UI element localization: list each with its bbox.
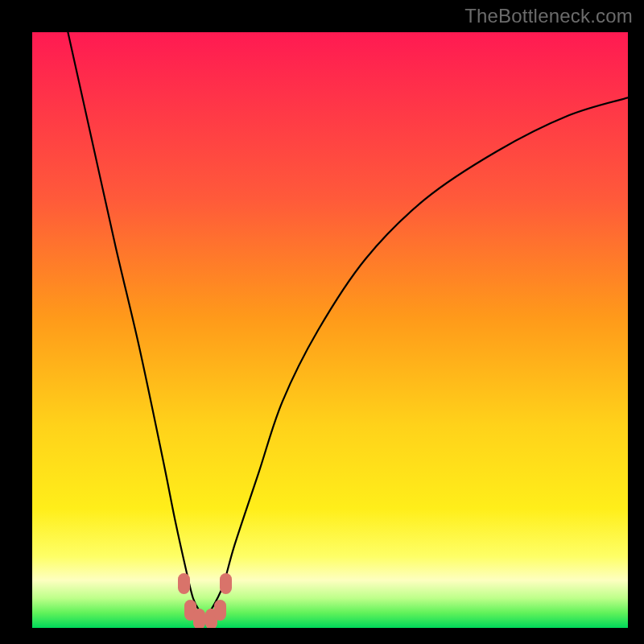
plot-area bbox=[32, 32, 628, 628]
background-gradient bbox=[32, 32, 628, 628]
watermark-text: TheBottleneck.com bbox=[464, 5, 633, 27]
chart-frame: TheBottleneck.com bbox=[0, 0, 644, 644]
svg-rect-0 bbox=[32, 32, 628, 628]
